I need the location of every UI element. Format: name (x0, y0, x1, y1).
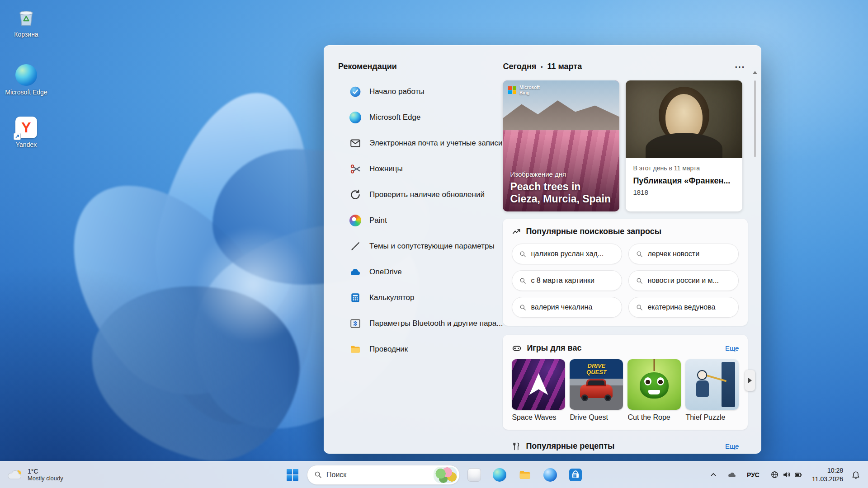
taskbar-search-box[interactable] (307, 465, 460, 485)
recommendation-label: Проводник (369, 345, 408, 354)
recipes-more-link[interactable]: Еще (725, 442, 739, 450)
recommendation-label: Калькулятор (369, 293, 415, 302)
search-suggestion-text: новости россии и м... (647, 277, 719, 285)
taskbar-browser-button[interactable] (539, 464, 561, 486)
feed-scrollbar[interactable] (753, 71, 757, 444)
search-suggestion-pill[interactable]: валерия чекалина (512, 297, 622, 318)
bloom-petal (148, 217, 340, 442)
edge-icon (349, 111, 362, 124)
recommendation-label: OneDrive (369, 267, 402, 277)
search-icon (314, 471, 322, 479)
search-suggestion-pill[interactable]: новости россии и м... (628, 270, 739, 291)
tray-chevron-button[interactable] (708, 469, 719, 480)
desktop-icon-edge[interactable]: Microsoft Edge (5, 63, 48, 96)
bloom-petal (29, 147, 305, 432)
character-body-art (696, 380, 709, 397)
recommendation-file-explorer[interactable]: Проводник (338, 336, 503, 362)
taskbar-store-button[interactable] (565, 464, 586, 486)
taskbar-file-explorer-button[interactable] (514, 464, 536, 486)
game-label: Space Waves (512, 413, 565, 422)
feed-date-title: Сегодня • 11 марта (503, 62, 582, 71)
taskbar-app-window-button[interactable] (463, 464, 485, 486)
desktop-icon-recycle-bin[interactable]: Корзина (5, 5, 48, 38)
drive-quest-logo-text: DRIVE QUEST (582, 363, 611, 376)
game-tile-drive-quest[interactable]: DRIVE QUEST Drive Quest (570, 359, 623, 422)
on-this-day-card[interactable]: В этот день в 11 марта Публикация «Франк… (626, 80, 742, 211)
white-window-icon (467, 468, 481, 482)
scroll-up-icon[interactable] (753, 71, 757, 74)
game-tile-space-waves[interactable]: Space Waves (512, 359, 565, 422)
game-label: Drive Quest (570, 413, 623, 422)
game-label: Thief Puzzle (685, 413, 739, 422)
games-icon (512, 343, 522, 353)
drive-quest-art: DRIVE QUEST (570, 359, 623, 410)
search-suggestion-pill[interactable]: лерчек новости (628, 244, 739, 264)
refresh-icon (349, 188, 362, 201)
onedrive-tray-button[interactable] (726, 469, 738, 480)
taskbar-edge-button[interactable] (489, 464, 510, 486)
search-icon (636, 304, 643, 311)
recommendations-title: Рекомендации (338, 62, 503, 71)
space-waves-art (512, 359, 565, 410)
trending-searches-section: Популярные поисковые запросы цаликов рус… (503, 219, 748, 326)
brush-icon (349, 240, 362, 253)
search-icon (519, 277, 526, 284)
trending-searches-title: Популярные поисковые запросы (526, 227, 661, 236)
omnom-art (640, 372, 669, 399)
mail-icon (349, 137, 362, 150)
scrollbar-thumb[interactable] (754, 80, 756, 157)
search-suggestion-pill[interactable]: екатерина ведунова (628, 297, 739, 318)
bing-logo: Microsoft Bing (508, 85, 549, 95)
recommendation-onedrive[interactable]: OneDrive (338, 259, 503, 285)
start-button[interactable] (282, 464, 303, 486)
game-tile-cut-the-rope[interactable]: Cut the Rope (627, 359, 681, 422)
notification-center-button[interactable] (850, 469, 862, 481)
search-suggestion-pill[interactable]: с 8 марта картинки (512, 270, 622, 291)
feed-cards-row: Microsoft Bing Изображение дня Peach tre… (503, 80, 748, 211)
desktop-icon-yandex[interactable]: Y Yandex (5, 116, 48, 148)
recommendation-calculator[interactable]: Калькулятор (338, 285, 503, 310)
games-more-link[interactable]: Еще (725, 344, 739, 352)
taskbar: 1°C Mostly cloudy (0, 461, 868, 488)
scissors-icon (349, 163, 362, 175)
on-this-day-year: 1818 (633, 188, 735, 196)
recommendation-get-started[interactable]: Начало работы (338, 79, 503, 104)
arrow-art (529, 373, 548, 395)
portrait-body (646, 133, 722, 158)
search-suggestion-text: екатерина ведунова (647, 303, 715, 311)
desktop-icon-label: Yandex (5, 141, 48, 148)
weather-widget-button[interactable]: 1°C Mostly cloudy (0, 461, 71, 488)
recommendation-mail[interactable]: Электронная почта и учетные записи (338, 130, 503, 156)
search-icon (519, 304, 526, 311)
microsoft-store-icon (569, 469, 582, 481)
feed-menu-button[interactable]: ··· (732, 62, 748, 71)
recommendations-column: Рекомендации Начало работы (324, 46, 503, 453)
start-menu-panel: Рекомендации Начало работы (324, 45, 761, 454)
network-volume-battery-button[interactable] (768, 469, 805, 480)
recommendation-themes[interactable]: Темы и сопутствующие параметры (338, 233, 503, 259)
recommendation-edge[interactable]: Microsoft Edge (338, 104, 503, 130)
recommendation-label: Параметры Bluetooth и другие пара... (369, 319, 503, 328)
on-this-day-title: Публикация «Франкен... (633, 176, 735, 186)
language-indicator[interactable]: РУС (745, 469, 761, 480)
chevron-right-icon (748, 378, 752, 383)
bluetooth-settings-icon (349, 317, 362, 330)
bing-image-of-day-card[interactable]: Microsoft Bing Изображение дня Peach tre… (503, 80, 619, 211)
desktop-icon-label: Корзина (5, 31, 48, 38)
games-title: Игры для вас (527, 343, 581, 353)
clock[interactable]: 10:28 11.03.2026 (812, 466, 843, 483)
on-this-day-caption: В этот день в 11 марта Публикация «Франк… (626, 158, 742, 196)
search-input[interactable] (326, 471, 429, 479)
recipes-icon (512, 442, 521, 451)
recommendation-snipping-tool[interactable]: Ножницы (338, 156, 503, 182)
recommendation-check-updates[interactable]: Проверить наличие обновлений (338, 182, 503, 207)
recommendation-paint[interactable]: Paint (338, 207, 503, 233)
folder-icon (518, 468, 532, 482)
recommendation-bluetooth-settings[interactable]: Параметры Bluetooth и другие пара... (338, 310, 503, 336)
recommendation-label: Microsoft Edge (369, 113, 420, 122)
game-tile-thief-puzzle[interactable]: Thief Puzzle (685, 359, 739, 422)
today-feed-column: Сегодня • 11 марта ··· Microsoft Bing Из… (503, 46, 761, 453)
games-section: Игры для вас Еще Space Waves DRIVE QUEST (503, 335, 748, 430)
weather-icon (7, 469, 24, 481)
search-suggestion-pill[interactable]: цаликов руслан хад... (512, 244, 622, 264)
